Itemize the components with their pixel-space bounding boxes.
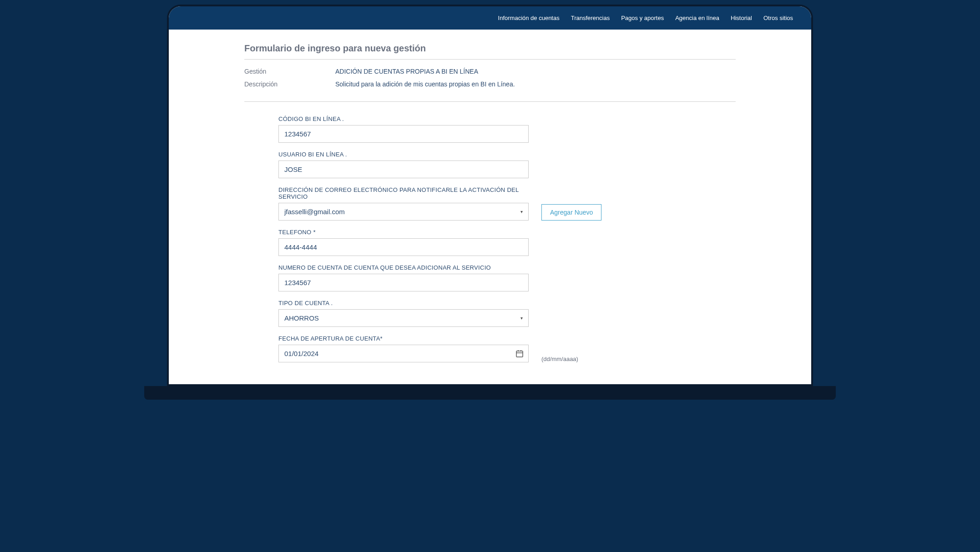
tipo-cuenta-value: AHORROS (284, 314, 319, 322)
gestion-label: Gestión (244, 68, 335, 75)
screen: Información de cuentas Transferencias Pa… (169, 6, 811, 384)
codigo-label: CÓDIGO BI EN LÍNEA . (278, 115, 736, 122)
email-label: DIRECCIÓN DE CORREO ELECTRÓNICO PARA NOT… (278, 186, 529, 200)
fecha-input[interactable] (279, 345, 511, 362)
agregar-nuevo-button[interactable]: Agregar Nuevo (541, 204, 601, 221)
nav-otros-sitios[interactable]: Otros sitios (763, 15, 793, 21)
telefono-label: TELEFONO * (278, 229, 736, 236)
telefono-input[interactable] (278, 238, 529, 256)
calendar-icon[interactable] (511, 346, 528, 361)
numero-cuenta-label: NUMERO DE CUENTA DE CUENTA QUE DESEA ADI… (278, 264, 736, 271)
usuario-input[interactable] (278, 161, 529, 178)
nav-historial[interactable]: Historial (731, 15, 752, 21)
field-email: DIRECCIÓN DE CORREO ELECTRÓNICO PARA NOT… (278, 186, 736, 221)
gestion-row: Gestión ADICIÓN DE CUENTAS PROPIAS A BI … (244, 68, 736, 75)
numero-cuenta-input[interactable] (278, 274, 529, 291)
info-section: Gestión ADICIÓN DE CUENTAS PROPIAS A BI … (244, 68, 736, 102)
nav-pagos-aportes[interactable]: Pagos y aportes (621, 15, 664, 21)
usuario-label: USUARIO BI EN LÍNEA . (278, 151, 736, 158)
field-numero-cuenta: NUMERO DE CUENTA DE CUENTA QUE DESEA ADI… (278, 264, 736, 291)
field-usuario: USUARIO BI EN LÍNEA . (278, 151, 736, 178)
form-fields: CÓDIGO BI EN LÍNEA . USUARIO BI EN LÍNEA… (244, 115, 736, 362)
descripcion-value: Solicitud para la adición de mis cuentas… (335, 80, 736, 88)
codigo-input[interactable] (278, 125, 529, 143)
descripcion-label: Descripción (244, 80, 335, 88)
field-fecha: FECHA DE APERTURA DE CUENTA* (278, 335, 736, 362)
content-area: Formulario de ingreso para nueva gestión… (217, 30, 763, 384)
chevron-down-icon: ▾ (520, 209, 523, 214)
svg-rect-0 (516, 351, 523, 357)
descripcion-row: Descripción Solicitud para la adición de… (244, 80, 736, 88)
field-codigo: CÓDIGO BI EN LÍNEA . (278, 115, 736, 143)
chevron-down-icon: ▾ (520, 316, 523, 321)
field-telefono: TELEFONO * (278, 229, 736, 256)
laptop-base (144, 386, 836, 400)
nav-informacion-cuentas[interactable]: Información de cuentas (498, 15, 560, 21)
fecha-label: FECHA DE APERTURA DE CUENTA* (278, 335, 529, 342)
laptop-frame: Información de cuentas Transferencias Pa… (167, 5, 813, 386)
tipo-cuenta-select[interactable]: AHORROS ▾ (278, 309, 529, 327)
top-navigation: Información de cuentas Transferencias Pa… (169, 6, 811, 30)
nav-transferencias[interactable]: Transferencias (571, 15, 610, 21)
field-tipo-cuenta: TIPO DE CUENTA . AHORROS ▾ (278, 300, 736, 327)
email-value: jfasselli@gmail.com (284, 208, 345, 216)
tipo-cuenta-label: TIPO DE CUENTA . (278, 300, 736, 306)
fecha-hint: (dd/mm/aaaa) (541, 356, 578, 362)
gestion-value: ADICIÓN DE CUENTAS PROPIAS A BI EN LÍNEA (335, 68, 736, 75)
email-select[interactable]: jfasselli@gmail.com ▾ (278, 203, 529, 221)
fecha-input-wrapper (278, 345, 529, 362)
form-title: Formulario de ingreso para nueva gestión (244, 43, 736, 60)
nav-agencia-linea[interactable]: Agencia en línea (675, 15, 719, 21)
